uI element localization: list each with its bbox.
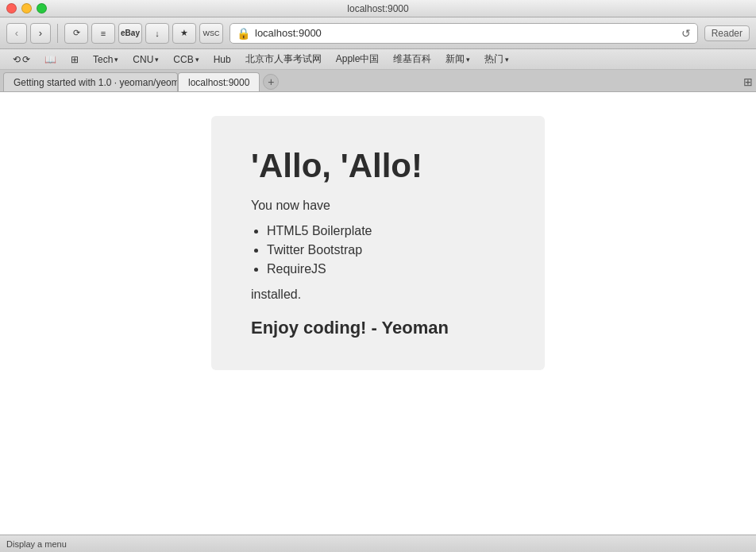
bookmark-hot[interactable]: 热门 ▾	[478, 51, 515, 68]
list-item-bootstrap: Twitter Bootstrap	[267, 243, 505, 257]
share-icon: ⟳	[73, 28, 80, 38]
forward-icon: ›	[39, 27, 42, 39]
bookmark-cnu-arrow: ▾	[155, 56, 159, 64]
tab-grid-button[interactable]: ⊞	[743, 75, 753, 88]
card-title: 'Allo, 'Allo!	[251, 148, 505, 184]
reading-list-icon: 📖	[44, 54, 56, 65]
reload-button[interactable]: ↺	[681, 27, 691, 40]
wsc-button[interactable]: WSC	[199, 23, 223, 44]
tab-localhost[interactable]: localhost:9000	[178, 72, 260, 91]
bookmark-ccb-arrow: ▾	[195, 56, 199, 64]
star-icon: ★	[180, 28, 188, 38]
status-bar: Display a menu	[0, 535, 756, 552]
reader-button[interactable]: Reader	[704, 25, 750, 41]
bookmark-reading-list[interactable]: 📖	[38, 52, 63, 67]
yeoman-card: 'Allo, 'Allo! You now have HTML5 Boilerp…	[211, 116, 545, 370]
window-title: localhost:9000	[347, 3, 408, 14]
share-button[interactable]: ⟳	[64, 23, 88, 44]
bookmark-hub[interactable]: Hub	[207, 52, 237, 67]
bookmark-beijing[interactable]: 北京市人事考试网	[239, 51, 328, 68]
bookmark-ccb-label: CCB	[173, 54, 193, 65]
tab-localhost-label: localhost:9000	[188, 77, 249, 88]
download-icon: ↓	[155, 29, 160, 38]
bookmark-hot-arrow: ▾	[505, 56, 509, 64]
bookmark-back-icon: ⟲	[13, 54, 21, 65]
address-bar[interactable]: 🔒 ↺	[230, 23, 698, 44]
card-enjoy: Enjoy coding! - Yeoman	[251, 318, 505, 338]
bookmark-hub-label: Hub	[214, 54, 231, 65]
reader-list-button[interactable]: ≡	[91, 23, 115, 44]
separator-1	[57, 24, 58, 43]
bookmark-hot-label: 热门	[484, 52, 503, 66]
bookmarks-bar: ⟲ ⟳ 📖 ⊞ Tech ▾ CNU ▾ CCB ▾ Hub 北京市人事考试网 …	[0, 49, 756, 70]
tab-github[interactable]: Getting started with 1.0 · yeoman/yeoman…	[3, 72, 178, 91]
list-item-html5: HTML5 Boilerplate	[267, 224, 505, 238]
ebay-icon: eBay	[121, 29, 140, 37]
bookmark-news[interactable]: 新闻 ▾	[439, 51, 476, 68]
list-item-requirejs: RequireJS	[267, 262, 505, 276]
card-list: HTML5 Boilerplate Twitter Bootstrap Requ…	[251, 224, 505, 276]
card-installed: installed.	[251, 288, 505, 302]
bookmark-forward-icon: ⟳	[22, 54, 30, 65]
address-favicon: 🔒	[237, 27, 250, 40]
tabs-bar: Getting started with 1.0 · yeoman/yeoman…	[0, 70, 756, 92]
toolbar: ‹ › ⟳ ≡ eBay ↓ ★ WSC 🔒 ↺ Reader	[0, 17, 756, 49]
close-button[interactable]	[6, 3, 17, 14]
card-subtitle: You now have	[251, 199, 505, 213]
back-icon: ‹	[15, 27, 18, 39]
bookmark-tech-label: Tech	[93, 54, 113, 65]
bookmark-grid[interactable]: ⊞	[64, 52, 85, 67]
window-controls	[6, 3, 47, 14]
reader-list-icon: ≡	[101, 29, 106, 38]
download-button[interactable]: ↓	[145, 23, 169, 44]
bookmark-news-label: 新闻	[446, 52, 465, 66]
bookmark-tech[interactable]: Tech ▾	[87, 52, 125, 67]
address-input[interactable]	[255, 27, 677, 39]
maximize-button[interactable]	[37, 3, 47, 14]
bookmark-wiki[interactable]: 维基百科	[387, 51, 438, 68]
grid-icon: ⊞	[71, 54, 79, 65]
bookmark-wiki-label: 维基百科	[393, 52, 431, 66]
plus-icon: +	[268, 75, 274, 88]
bookmark-beijing-label: 北京市人事考试网	[245, 52, 322, 66]
bookmark-apple[interactable]: Apple中国	[330, 51, 386, 68]
minimize-button[interactable]	[21, 3, 32, 14]
status-text: Display a menu	[6, 539, 67, 549]
bookmark-ccb[interactable]: CCB ▾	[167, 52, 205, 67]
back-button[interactable]: ‹	[6, 23, 27, 44]
bookmark-apple-label: Apple中国	[336, 52, 380, 66]
bookmark-tech-arrow: ▾	[114, 56, 118, 64]
bookmark-news-arrow: ▾	[466, 56, 470, 64]
forward-button[interactable]: ›	[30, 23, 51, 44]
bookmark-cnu[interactable]: CNU ▾	[126, 52, 165, 67]
bookmark-back-forward[interactable]: ⟲ ⟳	[6, 52, 37, 67]
page-content: 'Allo, 'Allo! You now have HTML5 Boilerp…	[0, 92, 756, 535]
title-bar: localhost:9000	[0, 0, 756, 17]
wsc-icon: WSC	[203, 29, 220, 37]
bookmark-cnu-label: CNU	[133, 54, 153, 65]
tab-github-label: Getting started with 1.0 · yeoman/yeoman…	[14, 77, 178, 88]
new-tab-button[interactable]: +	[263, 74, 279, 90]
ebay-button[interactable]: eBay	[118, 23, 142, 44]
tab-grid-icon: ⊞	[743, 75, 753, 88]
star-button[interactable]: ★	[172, 23, 196, 44]
